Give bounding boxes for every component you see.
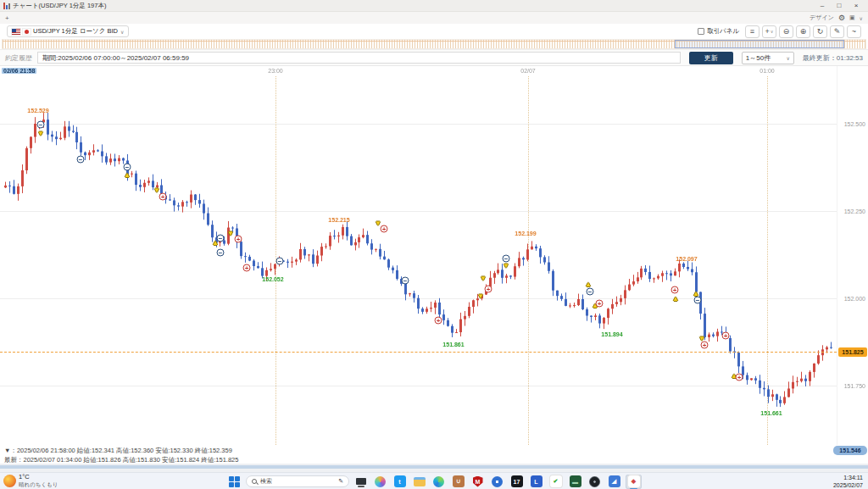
tri-down-marker-icon: ▼ <box>480 275 487 282</box>
price-annotation-high: 152.199 <box>515 231 536 236</box>
chart-plot: 02/06 21:5823:0002/0701:00152.529152.215… <box>0 66 837 445</box>
sell-marker-icon: − <box>276 258 284 265</box>
layout-icon[interactable]: ▣ <box>849 14 855 21</box>
gear-icon[interactable]: ⚙ <box>838 14 845 22</box>
taskbar-app-store-bag[interactable]: ∪ <box>450 475 466 489</box>
navigator-selection[interactable] <box>675 40 844 48</box>
candlestick-canvas[interactable] <box>0 66 837 445</box>
taskbar-app-lens-app[interactable] <box>587 475 603 489</box>
edge-icon <box>433 476 444 487</box>
photos-icon: ◢ <box>609 475 620 487</box>
range-select[interactable]: 1～50件 ∨ <box>742 52 794 64</box>
zoom-in-button[interactable]: ⊕ <box>796 25 810 38</box>
refresh-chart-icon: ↻ <box>817 27 824 36</box>
indicator-button[interactable]: ~ <box>847 25 861 38</box>
chart-region: 02/06 21:5823:0002/0701:00152.529152.215… <box>0 66 868 464</box>
window-titlebar: チャート(USD/JPY 1分足 197本) – □ × <box>0 0 868 12</box>
sell-marker-icon: − <box>124 164 131 171</box>
taskbar-app-photos[interactable]: ◢ <box>606 475 622 489</box>
buy-marker-icon: + <box>485 286 492 293</box>
weather-desc: 晴れのちくもり <box>19 481 58 487</box>
taskbar-app-chart-app[interactable]: ◆ <box>626 475 642 489</box>
price-annotation-high: 152.097 <box>676 256 697 262</box>
period-field[interactable]: 期間:2025/02/06 07:00:00～2025/02/07 06:59:… <box>37 52 681 64</box>
lens-app-icon <box>589 476 600 487</box>
taskbar-app-line-works[interactable]: L <box>528 475 544 489</box>
toolbar-buttons: ≡+∨⊖⊕↻✎~ <box>745 25 861 38</box>
indicator-icon: ~ <box>852 27 856 36</box>
buy-marker-icon: + <box>701 342 709 349</box>
buy-marker-icon: + <box>159 193 167 201</box>
maximize-button[interactable]: □ <box>831 0 848 11</box>
bid-rate-badge: 151.546 <box>833 446 867 455</box>
taskbar-app-blue-app[interactable] <box>489 475 505 489</box>
price-axis[interactable]: 152.500152.250152.000151.750151.825 <box>837 66 868 445</box>
refresh-chart-button[interactable]: ↻ <box>813 25 827 38</box>
close-button[interactable]: × <box>848 0 865 11</box>
tv17-icon: 17 <box>511 475 523 487</box>
selected-bar-status: ▼：2025/02/06 21:58:00 始値:152.341 高値:152.… <box>4 447 232 455</box>
taskbar-app-edge[interactable] <box>431 475 447 489</box>
crosshair-add-button[interactable]: +∨ <box>762 25 776 38</box>
minimize-button[interactable]: – <box>814 0 831 11</box>
tri-down-marker-icon: ▼ <box>37 131 44 137</box>
chart-toolbar: USD/JPY 1分足 ローソク BID ∨ 取引パネル ≡+∨⊖⊕↻✎~ <box>0 24 868 39</box>
move-handle-icon[interactable]: + <box>5 14 9 22</box>
chevron-down-icon[interactable]: ∨ <box>860 15 863 21</box>
weather-widget[interactable]: 1°C 晴れのちくもり <box>3 474 58 487</box>
file-explorer-icon <box>414 477 426 486</box>
taskbar-clock[interactable]: 1:34:11 2025/02/07 <box>833 475 863 489</box>
taskbar-app-copilot[interactable] <box>372 475 388 489</box>
taskbar-app-mcafee[interactable]: M <box>470 475 486 489</box>
symbol-selector[interactable]: USD/JPY 1分足 ローソク BID ∨ <box>7 25 129 37</box>
app-icon <box>3 3 10 9</box>
chevron-down-icon: ∨ <box>120 29 124 35</box>
range-select-value: 1～50件 <box>746 53 771 63</box>
buy-marker-icon: + <box>722 332 730 340</box>
search-box[interactable]: 検索 ✎ <box>246 475 349 487</box>
menubar: + デザイン ⚙ ▣ ∨ <box>0 12 868 24</box>
refresh-button[interactable]: 更新 <box>689 52 733 64</box>
tri-down-marker-icon: ▼ <box>503 263 509 270</box>
taskbar-app-twitter[interactable]: t <box>392 475 408 489</box>
mcafee-icon: M <box>473 476 483 487</box>
card-app-icon: ▬ <box>570 475 581 487</box>
buy-marker-icon: + <box>435 317 442 325</box>
taskbar-app-tv17[interactable]: 17 <box>509 475 525 489</box>
price-annotation-low: 151.661 <box>760 410 782 416</box>
trade-panel-label[interactable]: 取引パネル <box>707 27 739 36</box>
draw-icon: ✎ <box>834 27 841 36</box>
chart-app-icon: ◆ <box>628 475 640 487</box>
price-annotation-high: 152.215 <box>328 217 349 223</box>
taskbar-apps: t∪M17L✔▬◢◆ <box>353 475 642 489</box>
chart-navigator[interactable] <box>2 39 866 49</box>
trade-panel-checkbox[interactable] <box>698 28 704 35</box>
weather-temp: 1°C <box>19 474 58 481</box>
tri-up-marker-icon: ▲ <box>124 172 131 179</box>
sell-marker-icon: − <box>217 235 225 242</box>
clock-date: 2025/02/07 <box>833 482 863 489</box>
bar-settings-button[interactable]: ≡ <box>745 25 760 38</box>
draw-button[interactable]: ✎ <box>830 25 844 38</box>
time-axis-label: 01:00 <box>760 68 775 74</box>
app-window: チャート(USD/JPY 1分足 197本) – □ × + デザイン ⚙ ▣ … <box>0 0 868 489</box>
taskbar-app-task-view[interactable] <box>353 475 369 489</box>
jp-flag-icon <box>23 29 31 35</box>
zoom-in-icon: ⊕ <box>800 27 807 36</box>
price-annotation-low: 152.052 <box>262 276 283 282</box>
zoom-out-button[interactable]: ⊖ <box>779 25 793 38</box>
current-price-badge: 151.825 <box>838 347 867 357</box>
current-price-line <box>0 352 837 353</box>
price-annotation-high: 152.529 <box>27 108 48 114</box>
price-axis-label: 151.750 <box>844 383 865 389</box>
taskbar-app-file-explorer[interactable] <box>411 475 427 489</box>
taskbar-app-check-app[interactable]: ✔ <box>548 475 564 489</box>
start-button[interactable] <box>226 475 242 489</box>
design-button[interactable]: デザイン <box>810 14 834 22</box>
taskbar: 1°C 晴れのちくもり 検索 ✎ t∪M17L✔▬◢◆ 1:34:11 2025… <box>0 472 868 489</box>
execution-history-label: 約定履歴 <box>5 53 32 63</box>
line-works-icon: L <box>531 475 542 487</box>
tri-down-marker-icon: ▼ <box>153 187 160 194</box>
sell-marker-icon: − <box>402 277 409 285</box>
taskbar-app-card-app[interactable]: ▬ <box>567 475 583 489</box>
